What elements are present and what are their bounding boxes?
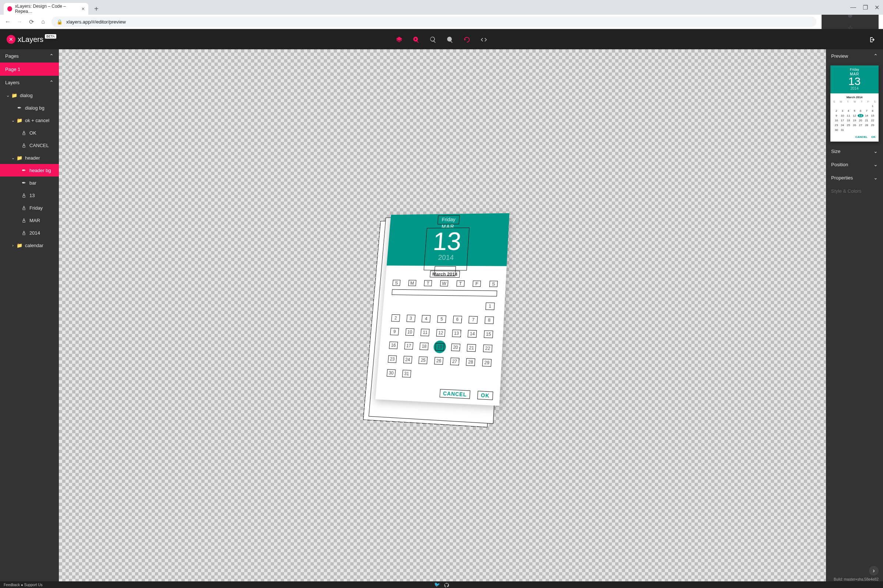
day-cell[interactable] — [470, 302, 478, 309]
day-cell[interactable]: 25 — [418, 356, 428, 364]
nav-back-icon[interactable]: ← — [5, 18, 11, 25]
day-cell[interactable]: 12 — [436, 329, 445, 337]
window-minimize-icon[interactable]: — — [850, 4, 856, 10]
dow-cell: T — [847, 100, 848, 103]
preview-thumbnail[interactable]: Friday MAR 13 2014 March 2014 SMTWTFS 12… — [830, 66, 878, 142]
day-cell[interactable]: 1 — [485, 302, 494, 310]
omnibox[interactable]: 🔒 xlayers.app/#/editor/preview — [51, 16, 816, 27]
layer-row[interactable]: ✒dialog bg — [0, 102, 59, 114]
cancel-button[interactable]: CANCEL — [439, 389, 470, 399]
day-cell — [857, 104, 863, 108]
day-cell[interactable] — [454, 302, 463, 309]
day-cell[interactable]: 31 — [402, 370, 411, 377]
next-fab-icon[interactable]: › — [869, 566, 878, 576]
day-cell[interactable]: 3 — [406, 314, 415, 322]
chevron-down-icon: ⌄ — [873, 148, 878, 154]
day-cell[interactable]: 14 — [468, 330, 477, 338]
day-cell[interactable]: 21 — [467, 344, 476, 351]
day-cell[interactable]: 6 — [452, 315, 462, 323]
layer-row[interactable]: ✒header bg — [0, 164, 59, 177]
zoom-in-icon[interactable] — [413, 35, 420, 44]
day-cell[interactable] — [438, 302, 447, 309]
pages-section-header[interactable]: Pages ⌃ — [0, 49, 59, 63]
code-icon[interactable] — [480, 35, 488, 44]
new-tab-button[interactable]: + — [91, 3, 102, 15]
zoom-out-icon[interactable] — [446, 35, 454, 44]
day-cell: 19 — [851, 119, 857, 122]
day-cell[interactable] — [408, 301, 416, 308]
exit-icon[interactable] — [869, 35, 876, 44]
day-cell[interactable] — [393, 301, 401, 308]
day-cell[interactable]: 20 — [451, 344, 460, 351]
day-cell[interactable]: 17 — [404, 342, 413, 350]
chevron-down-icon: ⌄ — [873, 161, 878, 167]
day-cell[interactable]: 26 — [434, 357, 443, 364]
day-cell[interactable]: 11 — [420, 328, 430, 336]
day-cell[interactable]: 13 — [452, 330, 461, 337]
day-cell[interactable]: 4 — [422, 315, 431, 322]
properties-section-header[interactable]: Properties ⌄ — [826, 171, 883, 184]
layer-row[interactable]: ⌄📁header — [0, 152, 59, 164]
day-cell[interactable]: 15 — [484, 330, 493, 338]
layer-shape-icon: ✒ — [21, 180, 27, 186]
day-cell[interactable]: 9 — [390, 328, 399, 335]
layer-row[interactable]: AOK — [0, 126, 59, 139]
close-tab-icon[interactable]: × — [82, 6, 85, 12]
layer-row[interactable]: ⌄📁ok + cancel — [0, 114, 59, 126]
nav-home-icon[interactable]: ⌂ — [40, 18, 47, 25]
layer-label: CANCEL — [29, 142, 49, 148]
ok-button[interactable]: OK — [477, 390, 493, 400]
position-section-header[interactable]: Position ⌄ — [826, 158, 883, 171]
day-cell[interactable]: 24 — [403, 356, 412, 363]
design-card[interactable]: Friday MAR 13 2014 March 2014 SMTWTFS 12… — [375, 213, 509, 406]
day-cell[interactable]: 29 — [482, 358, 491, 366]
dow-cell: F — [868, 100, 869, 103]
day-cell[interactable]: 18 — [419, 342, 429, 350]
footer-social: 🐦 — [434, 582, 449, 587]
size-section-header[interactable]: Size ⌄ — [826, 144, 883, 158]
window-close-icon[interactable]: ✕ — [874, 4, 879, 11]
github-icon[interactable] — [445, 582, 449, 587]
day-cell[interactable]: 30 — [386, 369, 395, 376]
layer-row[interactable]: ⌄📁dialog — [0, 89, 59, 102]
day-cell[interactable]: 2 — [391, 314, 400, 321]
layer-row[interactable]: A2014 — [0, 226, 59, 239]
day-cell[interactable]: 28 — [466, 358, 475, 366]
nav-reload-icon[interactable]: ⟳ — [28, 18, 35, 26]
window-restore-icon[interactable]: ❐ — [863, 4, 868, 11]
layer-row[interactable]: ACANCEL — [0, 139, 59, 152]
design-header: Friday MAR 13 2014 — [386, 213, 509, 266]
twitter-icon[interactable]: 🐦 — [434, 582, 440, 587]
layers-tool-icon[interactable] — [395, 35, 403, 44]
layer-row[interactable]: AMAR — [0, 214, 59, 226]
layer-row[interactable]: ✒bar — [0, 177, 59, 189]
calendar-grid: 1234567891011121314151617181920212223242… — [384, 298, 496, 384]
layer-row[interactable]: ›📁calendar — [0, 239, 59, 252]
day-cell[interactable]: 8 — [485, 316, 494, 324]
layer-shape-icon: ✒ — [16, 105, 23, 111]
day-cell[interactable]: 19 — [435, 343, 444, 351]
day-cell[interactable]: 7 — [469, 316, 478, 324]
day-cell[interactable]: 23 — [388, 355, 396, 363]
day-cell[interactable]: 27 — [450, 357, 459, 365]
day-cell[interactable]: 22 — [483, 344, 492, 352]
rotate-3d-icon[interactable] — [463, 35, 470, 44]
page-item-selected[interactable]: Page 1 — [0, 63, 59, 76]
day-cell[interactable]: 16 — [389, 341, 398, 349]
layer-label: ok + cancel — [25, 118, 49, 123]
preview-section-header[interactable]: Preview ⌃ — [826, 49, 883, 63]
canvas[interactable]: Friday MAR 13 2014 March 2014 SMTWTFS 12… — [59, 49, 826, 581]
day-cell[interactable]: 10 — [405, 328, 414, 335]
browser-tab[interactable]: xLayers: Design – Code – Repea… × — [4, 3, 88, 15]
day-cell[interactable] — [423, 302, 431, 308]
stage-3d: Friday MAR 13 2014 March 2014 SMTWTFS 12… — [375, 213, 509, 406]
layers-section-header[interactable]: Layers ⌃ — [0, 76, 59, 89]
day-cell[interactable]: 5 — [437, 315, 446, 322]
preview-ok: OK — [871, 135, 875, 139]
position-label: Position — [831, 162, 848, 167]
zoom-reset-icon[interactable] — [429, 35, 437, 44]
day-cell: 24 — [839, 123, 845, 127]
footer-left[interactable]: Feedback ● Support Us — [4, 583, 43, 587]
layer-row[interactable]: AFriday — [0, 201, 59, 214]
layer-row[interactable]: A13 — [0, 189, 59, 201]
